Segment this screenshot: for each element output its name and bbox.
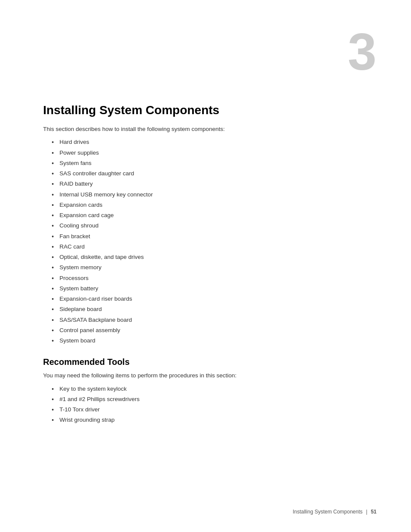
list-item: Power supplies xyxy=(52,149,377,157)
list-item: Expansion card cage xyxy=(52,211,377,220)
list-item: RAID battery xyxy=(52,180,377,188)
footer-separator: | xyxy=(366,509,367,515)
list-item: Fan bracket xyxy=(52,232,377,241)
list-item: Processors xyxy=(52,274,377,283)
components-list: Hard drivesPower suppliesSystem fansSAS … xyxy=(52,138,377,345)
list-item: SAS controller daughter card xyxy=(52,169,377,178)
list-item: SAS/SATA Backplane board xyxy=(52,316,377,324)
list-item: Hard drives xyxy=(52,138,377,146)
list-item: Wrist grounding strap xyxy=(52,416,377,424)
footer: Installing System Components | 51 xyxy=(0,509,411,515)
list-item: Key to the system keylock xyxy=(52,385,377,393)
list-item: Optical, diskette, and tape drives xyxy=(52,253,377,261)
list-item: Expansion cards xyxy=(52,201,377,209)
list-item: Cooling shroud xyxy=(52,221,377,230)
list-item: Expansion-card riser boards xyxy=(52,295,377,303)
chapter-number: 3 xyxy=(348,26,377,78)
list-item: #1 and #2 Phillips screwdrivers xyxy=(52,395,377,404)
list-item: System fans xyxy=(52,159,377,168)
page-container: 3 Installing System Components This sect… xyxy=(0,0,411,532)
list-item: System board xyxy=(52,336,377,345)
list-item: Sideplane board xyxy=(52,305,377,314)
list-item: System battery xyxy=(52,284,377,293)
page-title: Installing System Components xyxy=(43,103,377,117)
footer-page-number: 51 xyxy=(371,509,377,515)
list-item: RAC card xyxy=(52,243,377,251)
recommended-tools-heading: Recommended Tools xyxy=(43,357,377,367)
tools-intro-text: You may need the following items to perf… xyxy=(43,371,377,380)
intro-text: This section describes how to install th… xyxy=(43,125,377,134)
list-item: System memory xyxy=(52,263,377,272)
tools-list: Key to the system keylock#1 and #2 Phill… xyxy=(52,385,377,425)
list-item: T-10 Torx driver xyxy=(52,405,377,414)
list-item: Control panel assembly xyxy=(52,326,377,335)
footer-section-label: Installing System Components xyxy=(293,509,362,515)
list-item: Internal USB memory key connector xyxy=(52,190,377,199)
